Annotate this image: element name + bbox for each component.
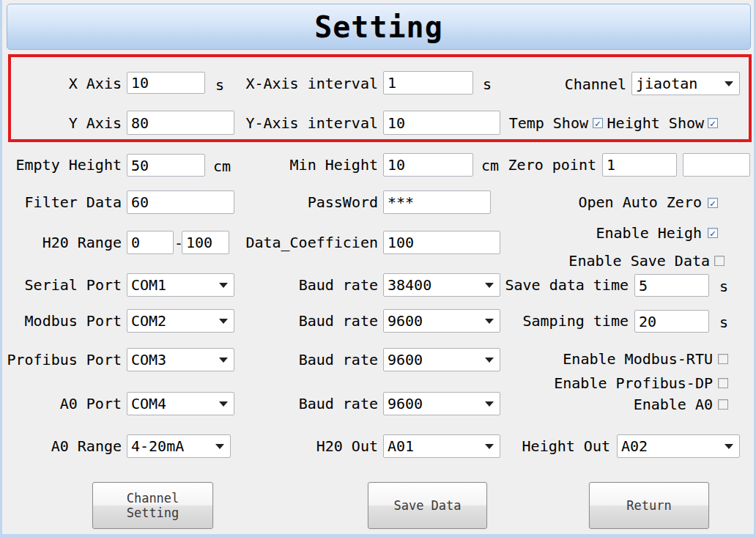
samping-time-unit: s xyxy=(719,311,728,333)
chevron-down-icon xyxy=(485,444,494,449)
y-axis-label: Y Axis xyxy=(17,111,122,136)
enable-modbus-rtu-label: Enable Modbus-RTU xyxy=(541,350,713,368)
open-auto-zero-checkbox[interactable] xyxy=(708,198,718,208)
min-height-unit: cm xyxy=(481,155,499,177)
chevron-down-icon xyxy=(219,401,228,407)
x-axis-unit: s xyxy=(215,74,224,96)
chevron-down-icon xyxy=(215,444,224,449)
enable-save-data-checkbox[interactable] xyxy=(714,256,724,266)
data-coefficient-label: Data_Coefficien xyxy=(244,231,378,254)
modbus-port-select[interactable]: COM2 xyxy=(127,309,234,333)
page-title: Setting xyxy=(314,10,443,44)
chevron-down-icon xyxy=(485,319,494,324)
data-coefficient-input[interactable] xyxy=(383,231,500,254)
y-interval-label: Y-Axis interval xyxy=(244,111,378,136)
profibus-port-value: COM3 xyxy=(127,351,219,369)
filter-data-input[interactable] xyxy=(127,190,234,214)
settings-window: Setting X Axis s X-Axis interval s Chann… xyxy=(0,0,756,537)
save-data-time-unit: s xyxy=(719,275,728,297)
modbus-port-label: Modbus Port xyxy=(2,309,122,333)
h2o-out-value: A01 xyxy=(384,437,485,455)
x-axis-label: X Axis xyxy=(17,73,122,95)
ao-baud-select[interactable]: 9600 xyxy=(383,392,500,415)
enable-save-data-label: Enable Save Data xyxy=(544,252,710,270)
min-height-input[interactable] xyxy=(383,153,473,177)
profibus-port-select[interactable]: COM3 xyxy=(127,348,234,371)
serial-port-select[interactable]: COM1 xyxy=(127,273,234,297)
samping-time-input[interactable] xyxy=(634,310,709,333)
height-show-checkbox[interactable] xyxy=(708,118,718,128)
zero-point-input-2[interactable] xyxy=(683,153,750,177)
chevron-down-icon xyxy=(724,81,733,86)
ao-range-select[interactable]: 4-20mA xyxy=(127,434,231,458)
profibus-baud-label: Baud rate xyxy=(244,348,378,371)
temp-show-label: Temp Show xyxy=(489,111,588,136)
modbus-port-value: COM2 xyxy=(127,312,219,330)
ao-port-value: COM4 xyxy=(127,395,219,412)
h2o-out-select[interactable]: A01 xyxy=(383,434,500,458)
modbus-baud-label: Baud rate xyxy=(244,309,378,333)
ao-baud-label: Baud rate xyxy=(244,392,378,415)
enable-ao-checkbox[interactable] xyxy=(718,399,728,410)
chevron-down-icon xyxy=(219,283,228,288)
password-label: PassWord xyxy=(244,190,378,214)
enable-profibus-dp-checkbox[interactable] xyxy=(718,378,728,388)
empty-height-input[interactable] xyxy=(127,154,205,177)
chevron-down-icon xyxy=(724,444,733,449)
serial-baud-label: Baud rate xyxy=(244,273,378,297)
samping-time-label: Samping time xyxy=(500,310,629,333)
save-data-time-label: Save data time xyxy=(500,274,629,297)
ao-port-label: A0 Port xyxy=(2,392,122,415)
return-button[interactable]: Return xyxy=(589,482,709,529)
x-interval-input[interactable] xyxy=(383,71,473,95)
chevron-down-icon xyxy=(485,283,494,288)
title-bar: Setting xyxy=(7,4,751,50)
x-interval-label: X-Axis interval xyxy=(244,72,378,95)
height-show-label: Height Show xyxy=(604,111,704,136)
ao-port-select[interactable]: COM4 xyxy=(127,392,234,415)
open-auto-zero-label: Open Auto Zero xyxy=(559,190,702,214)
profibus-baud-value: 9600 xyxy=(384,351,485,369)
zero-point-input[interactable] xyxy=(602,153,677,177)
chevron-down-icon xyxy=(219,319,228,324)
enable-profibus-dp-label: Enable Profibus-DP xyxy=(541,374,713,392)
chevron-down-icon xyxy=(219,358,228,363)
serial-port-value: COM1 xyxy=(127,276,219,294)
save-data-time-input[interactable] xyxy=(634,274,709,297)
enable-heigh-label: Enable Heigh xyxy=(581,224,702,242)
min-height-label: Min Height xyxy=(244,153,378,177)
zero-point-label: Zero point xyxy=(500,153,596,177)
x-interval-unit: s xyxy=(483,73,492,95)
channel-label: Channel xyxy=(559,73,626,96)
serial-baud-value: 38400 xyxy=(384,276,485,294)
empty-height-unit: cm xyxy=(213,155,231,177)
save-data-button[interactable]: Save Data xyxy=(368,482,487,529)
profibus-port-label: Profibus Port xyxy=(2,348,122,371)
modbus-baud-select[interactable]: 9600 xyxy=(383,309,500,333)
password-input[interactable] xyxy=(383,190,491,214)
h2o-range-from-input[interactable] xyxy=(127,231,174,254)
channel-setting-button[interactable]: Channel Setting xyxy=(92,482,213,529)
empty-height-label: Empty Height xyxy=(2,154,122,177)
y-axis-input[interactable] xyxy=(127,111,234,135)
h2o-range-to-input[interactable] xyxy=(182,231,229,254)
height-out-label: Height Out xyxy=(515,434,610,458)
enable-heigh-checkbox[interactable] xyxy=(708,228,718,238)
y-interval-input[interactable] xyxy=(383,111,500,135)
ao-range-label: A0 Range xyxy=(2,434,122,458)
modbus-baud-value: 9600 xyxy=(384,312,485,330)
height-out-value: A02 xyxy=(618,437,724,455)
enable-modbus-rtu-checkbox[interactable] xyxy=(718,354,728,364)
height-out-select[interactable]: A02 xyxy=(617,434,740,458)
chevron-down-icon xyxy=(485,401,494,407)
channel-select[interactable]: jiaotan xyxy=(631,72,740,95)
channel-value: jiaotan xyxy=(632,75,724,92)
h2o-out-label: H20 Out xyxy=(244,434,378,458)
serial-baud-select[interactable]: 38400 xyxy=(383,273,500,297)
filter-data-label: Filter Data xyxy=(2,190,122,214)
x-axis-input[interactable] xyxy=(127,72,205,94)
temp-show-checkbox[interactable] xyxy=(593,118,603,128)
ao-baud-value: 9600 xyxy=(384,395,485,412)
chevron-down-icon xyxy=(485,358,494,363)
profibus-baud-select[interactable]: 9600 xyxy=(383,348,500,371)
